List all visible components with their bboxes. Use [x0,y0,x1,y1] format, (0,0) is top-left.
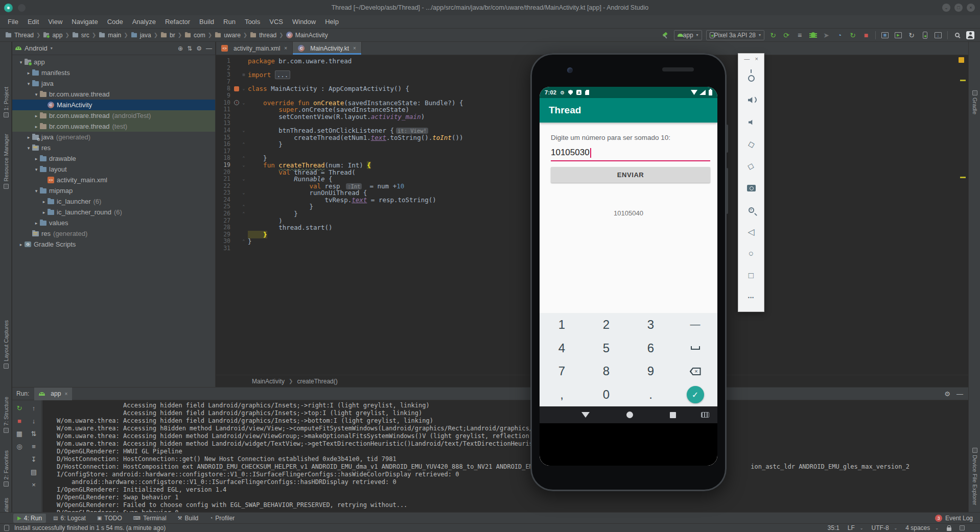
encoding-selector[interactable]: UTF-8⌄ [872,524,898,531]
menu-navigate[interactable]: Navigate [67,16,102,27]
key-comma[interactable]: , [560,388,564,402]
menu-analyze[interactable]: Analyze [128,16,160,27]
tab-mainactivity-kt[interactable]: CMainActivity.kt× [293,42,362,55]
tree-down-arrow-icon[interactable]: ▾ [25,81,32,86]
apply-changes-icon[interactable]: ⟳ [780,30,792,41]
tree-down-arrow-icon[interactable]: ▾ [17,60,25,65]
stop-icon[interactable]: ■ [15,416,24,425]
close-icon[interactable]: × [284,45,287,51]
toolwindow-button-profiler[interactable]: ◔Profiler [205,514,239,523]
breadcrumb-item-br[interactable]: br [160,32,175,39]
close-button[interactable]: × [967,4,975,12]
rerun-app-icon[interactable]: ↻ [767,30,779,41]
back-icon[interactable]: ◁ [744,225,758,238]
key-8[interactable]: 8 [603,364,610,378]
tree-item-ic_launcher[interactable]: ▸ic_launcher(6) [12,196,215,207]
tree-item-manifests[interactable]: ▸manifests [12,67,215,78]
more-icon[interactable]: ••• [744,291,758,304]
tree-item-mipmap[interactable]: ▾mipmap [12,185,215,196]
tree-right-arrow-icon[interactable]: ▸ [40,210,48,215]
close-icon[interactable]: × [755,56,758,62]
menu-view[interactable]: View [43,16,67,27]
tree-item-br.com.uware.thread[interactable]: ▸br.com.uware.thread(androidTest) [12,110,215,121]
breadcrumb-item-uware[interactable]: uware [215,32,241,39]
tree-right-arrow-icon[interactable]: ▸ [17,242,25,247]
breadcrumb-item-thread[interactable]: Thread [5,32,34,39]
restore-layout-icon[interactable]: ⇅ [29,429,38,438]
fold-marker[interactable]: ⌃ [241,210,247,217]
key-3[interactable]: 3 [647,318,654,332]
tree-right-arrow-icon[interactable]: ▸ [33,113,40,118]
device-screen[interactable]: 7:02 ⚙ A Thread Digite um número para se… [540,87,717,466]
gear-icon[interactable]: ⚙ [944,390,950,398]
rerun-icon[interactable]: ↻ [15,403,24,413]
menu-help[interactable]: Help [320,16,343,27]
key-minus[interactable]: — [690,319,701,330]
attach-debugger-icon[interactable]: ➤ [820,30,832,41]
maximize-button[interactable]: □ [954,4,963,12]
fold-marker[interactable]: ⌃ [241,155,247,162]
logcat-icon[interactable]: ▶ [892,30,904,41]
menu-run[interactable]: Run [219,16,240,27]
up-icon[interactable]: ↑ [29,403,38,413]
layout-gutter-icon[interactable] [234,86,239,91]
menu-edit[interactable]: Edit [23,16,43,27]
tree-item-java[interactable]: ▾java [12,78,215,89]
override-gutter-icon[interactable]: ↑ [234,100,239,105]
sdk-manager-icon[interactable]: ↓ [932,30,944,41]
warning-stripe-mark[interactable] [960,80,966,81]
toolwindow-button-run[interactable]: ▶4: Run [13,514,46,523]
lock-icon[interactable] [947,527,951,531]
home-button-icon[interactable] [626,412,633,418]
key-4[interactable]: 4 [558,341,565,355]
key-7[interactable]: 7 [558,364,565,378]
tree-right-arrow-icon[interactable]: ▸ [33,221,40,226]
tree-item-layout[interactable]: ▾layout [12,164,215,175]
highlighting-level-icon[interactable] [960,525,965,530]
tree-down-arrow-icon[interactable]: ▾ [25,146,32,151]
breadcrumb-item-app[interactable]: app [43,32,62,39]
volume-up-icon[interactable] [744,93,758,107]
tree-right-arrow-icon[interactable]: ▸ [25,135,32,140]
tree-item-res[interactable]: res(generated) [12,228,215,239]
indent-selector[interactable]: 4 spaces⌄ [905,524,939,531]
caret-position[interactable]: 35:1 [827,524,839,531]
key-9[interactable]: 9 [647,364,654,378]
make-project-icon[interactable] [659,30,671,41]
search-everywhere-icon[interactable] [951,30,963,41]
breadcrumb-method[interactable]: createThread() [297,378,337,385]
dump-layout-icon[interactable]: ▦ [15,429,24,438]
fold-marker[interactable]: ⌄ [241,100,247,107]
tree-item-java[interactable]: ▸java(generated) [12,132,215,142]
event-log-button[interactable]: 3 Event Log [935,515,973,522]
menu-code[interactable]: Code [103,16,128,27]
menu-vcs[interactable]: VCS [265,16,288,27]
down-icon[interactable]: ↓ [29,416,38,425]
key-backspace[interactable] [690,368,701,375]
volume-down-icon[interactable] [744,115,758,129]
gradle-sync-icon[interactable]: ↻ [905,30,918,41]
fold-marker[interactable]: ⌃ [241,141,247,148]
zoom-icon[interactable]: + [744,203,758,216]
tree-item-activity_main.xml[interactable]: <>activity_main.xml [12,175,215,185]
run-tab-app[interactable]: app × [34,388,72,400]
breadcrumb-item-thread[interactable]: thread [250,32,276,39]
tool-strip-layout-captures[interactable]: Layout Captures [0,320,12,369]
volume-rocker[interactable] [726,168,728,214]
enviar-button[interactable]: ENVIAR [551,167,710,183]
avd-manager-icon[interactable] [919,30,931,41]
scroll-end-icon[interactable]: ↧ [29,454,38,464]
key-0[interactable]: 0 [603,388,610,402]
clear-icon[interactable]: × [29,480,38,489]
home-icon[interactable]: ○ [744,247,758,260]
number-input[interactable]: 10105030 [551,146,710,159]
status-message[interactable]: Install successfully finished in 1 s 54 … [14,524,166,531]
breadcrumb-class[interactable]: MainActivity [252,378,285,385]
close-icon[interactable]: × [64,391,67,397]
tab-activity-main-xml[interactable]: <>activity_main.xml× [216,42,293,55]
fold-marker[interactable]: ⌄ [241,176,247,183]
rotate-right-icon[interactable]: ◇ [743,158,759,174]
warning-stripe-mark[interactable] [960,177,966,178]
tree-down-arrow-icon[interactable]: ▾ [33,167,40,172]
print-icon[interactable]: ▤ [29,467,38,476]
